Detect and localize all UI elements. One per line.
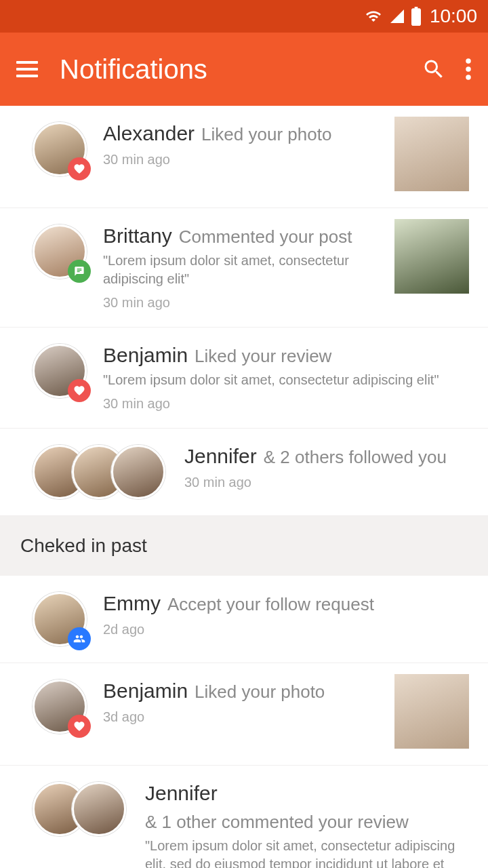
notification-item[interactable]: AlexanderLiked your photo 30 min ago (0, 106, 488, 208)
notification-item[interactable]: EmmyAccept your follow request 2d ago (0, 576, 488, 663)
avatar-wrap (33, 122, 87, 176)
search-icon[interactable] (422, 57, 446, 81)
thumbnail[interactable] (394, 674, 469, 749)
more-icon[interactable] (465, 57, 472, 81)
user-name: Brittany (103, 224, 172, 248)
quote-text: "Lorem ipsum dolor sit amet, consectetur… (103, 252, 384, 288)
page-title: Notifications (60, 54, 422, 85)
svg-point-1 (466, 66, 471, 72)
heart-icon (68, 157, 91, 180)
timestamp: 30 min ago (103, 396, 469, 412)
battery-icon (411, 7, 422, 26)
notification-item[interactable]: Jennifer& 2 others followed you 30 min a… (0, 429, 488, 516)
quote-text: "Lorem ipsum dolor sit amet, consectetur… (145, 837, 469, 868)
action-text: Liked your review (195, 346, 331, 367)
action-text: Liked your photo (201, 124, 331, 145)
comment-icon (68, 260, 91, 283)
notification-item[interactable]: BenjaminLiked your photo 3d ago (0, 663, 488, 766)
people-icon (68, 627, 91, 650)
timestamp: 30 min ago (184, 475, 469, 490)
user-name: Jennifer (184, 445, 257, 468)
app-bar: Notifications (0, 33, 488, 106)
notification-item[interactable]: Jennifer& 1 other commented your review … (0, 766, 488, 868)
avatar[interactable] (111, 445, 165, 499)
notifications-list: AlexanderLiked your photo 30 min ago Bri… (0, 106, 488, 868)
avatar-wrap (33, 224, 87, 279)
avatar-wrap (33, 344, 87, 398)
timestamp: 30 min ago (103, 295, 384, 311)
avatar-wrap (33, 679, 87, 734)
svg-point-2 (466, 75, 471, 80)
menu-icon[interactable] (16, 61, 38, 77)
action-text: Accept your follow request (167, 594, 374, 615)
action-text: & 2 others followed you (264, 447, 447, 468)
thumbnail[interactable] (394, 117, 469, 191)
heart-icon (68, 379, 91, 402)
action-text: Commented your post (179, 226, 352, 248)
user-name: Emmy (103, 592, 161, 615)
notification-item[interactable]: BenjaminLiked your review "Lorem ipsum d… (0, 328, 488, 429)
cell-signal-icon (389, 8, 405, 24)
timestamp: 2d ago (103, 622, 469, 637)
section-header: Cheked in past (0, 516, 488, 576)
timestamp: 3d ago (103, 709, 384, 725)
avatar-group (33, 782, 126, 836)
notification-item[interactable]: BrittanyCommented your post "Lorem ipsum… (0, 208, 488, 328)
user-name: Alexander (103, 122, 195, 145)
status-time: 10:00 (430, 5, 477, 27)
action-text: & 1 other commented your review (145, 812, 409, 833)
status-bar: 10:00 (0, 0, 488, 33)
svg-point-0 (466, 58, 471, 64)
user-name: Jennifer (145, 782, 218, 805)
heart-icon (68, 715, 91, 738)
wifi-icon (363, 8, 384, 24)
avatar-wrap (33, 592, 87, 646)
avatar-group (33, 445, 165, 499)
thumbnail[interactable] (394, 219, 469, 294)
quote-text: "Lorem ipsum dolor sit amet, consectetur… (103, 371, 469, 389)
timestamp: 30 min ago (103, 152, 384, 167)
user-name: Benjamin (103, 344, 188, 367)
user-name: Benjamin (103, 679, 188, 703)
action-text: Liked your photo (195, 682, 325, 703)
avatar[interactable] (72, 782, 126, 836)
